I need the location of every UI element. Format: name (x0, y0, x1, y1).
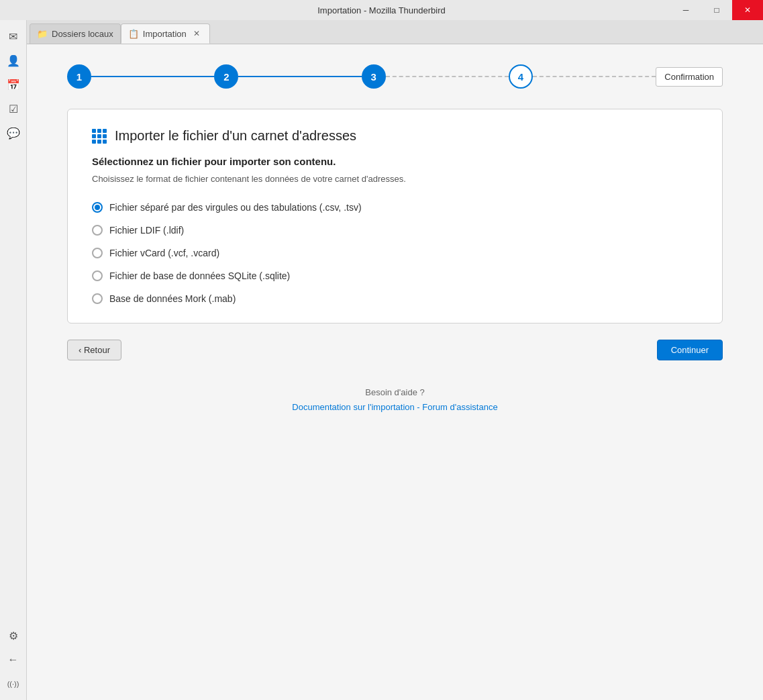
radio-ldif[interactable] (92, 225, 103, 236)
tab-local-label: Dossiers locaux (52, 29, 113, 39)
tab-import[interactable]: 📋 Importation ✕ (121, 23, 210, 44)
option-mab-label: Base de données Mork (.mab) (109, 293, 236, 304)
maximize-button[interactable]: □ (701, 0, 732, 20)
step-line-2-3 (238, 76, 361, 77)
option-ldif[interactable]: Fichier LDIF (.ldif) (92, 225, 698, 236)
window-title: Importation - Mozilla Thunderbird (317, 5, 446, 15)
sidebar-item-contacts[interactable]: 👤 (3, 50, 24, 71)
tab-import-label: Importation (143, 29, 187, 39)
back-icon[interactable]: ← (3, 649, 24, 670)
radio-list: Fichier séparé par des virgules ou des t… (92, 202, 698, 304)
titlebar: Importation - Mozilla Thunderbird ─ □ ✕ (0, 0, 763, 20)
step-3: 3 (362, 64, 386, 89)
sidebar-item-calendar[interactable]: 📅 (3, 74, 24, 95)
tab-close-button[interactable]: ✕ (191, 28, 203, 40)
page-content: 1 2 3 4 Confirmation Importer (27, 44, 763, 700)
card-description: Choisissez le format de fichier contenan… (92, 172, 698, 186)
card-title: Importer le fichier d'un carnet d'adress… (115, 128, 356, 144)
step-line-1-2 (91, 76, 214, 77)
back-button[interactable]: ‹ Retour (67, 340, 121, 360)
tab-local[interactable]: 📁 Dossiers locaux (30, 23, 121, 44)
option-ldif-label: Fichier LDIF (.ldif) (109, 225, 184, 236)
tabbar: 📁 Dossiers locaux 📋 Importation ✕ (27, 20, 763, 44)
option-sqlite[interactable]: Fichier de base de données SQLite (.sqli… (92, 270, 698, 281)
settings-icon[interactable]: ⚙ (3, 625, 24, 646)
step-confirmation: Confirmation (656, 67, 723, 87)
close-button[interactable]: ✕ (732, 0, 763, 20)
option-sqlite-label: Fichier de base de données SQLite (.sqli… (109, 270, 290, 281)
option-vcard[interactable]: Fichier vCard (.vcf, .vcard) (92, 248, 698, 258)
sidebar: ✉ 👤 📅 ☑ 💬 ⚙ ← ((·)) (0, 20, 27, 700)
radio-vcard[interactable] (92, 248, 103, 258)
step-2: 2 (214, 64, 238, 89)
card-subtitle: Sélectionnez un fichier pour importer so… (92, 156, 698, 167)
option-mab[interactable]: Base de données Mork (.mab) (92, 293, 698, 304)
step-1: 1 (67, 64, 91, 89)
app-layout: ✉ 👤 📅 ☑ 💬 ⚙ ← ((·)) 📁 Dossiers locaux 📋 … (0, 20, 763, 700)
continue-button[interactable]: Continuer (657, 340, 723, 360)
content-area: 📁 Dossiers locaux 📋 Importation ✕ 1 2 3 … (27, 20, 763, 700)
option-vcard-label: Fichier vCard (.vcf, .vcard) (109, 248, 219, 258)
stepper: 1 2 3 4 Confirmation (67, 64, 723, 89)
option-csv[interactable]: Fichier séparé par des virgules ou des t… (92, 202, 698, 213)
card-header: Importer le fichier d'un carnet d'adress… (92, 128, 698, 144)
help-text: Besoin d'aide ? (67, 387, 723, 397)
step-4: 4 (509, 64, 533, 89)
wifi-icon[interactable]: ((·)) (3, 673, 24, 695)
radio-mab[interactable] (92, 293, 103, 304)
import-card: Importer le fichier d'un carnet d'adress… (67, 109, 723, 323)
step-line-4-conf (533, 76, 656, 77)
nav-buttons: ‹ Retour Continuer (67, 340, 723, 360)
help-section: Besoin d'aide ? Documentation sur l'impo… (67, 387, 723, 412)
step-line-3-4 (386, 76, 509, 77)
option-csv-label: Fichier séparé par des virgules ou des t… (109, 202, 362, 213)
window-controls: ─ □ ✕ (670, 0, 763, 20)
radio-csv[interactable] (92, 202, 103, 213)
sidebar-item-tasks[interactable]: ☑ (3, 98, 24, 119)
help-link[interactable]: Documentation sur l'importation - Forum … (292, 402, 497, 412)
sidebar-item-email[interactable]: ✉ (3, 26, 24, 47)
import-tab-icon: 📋 (128, 29, 139, 39)
minimize-button[interactable]: ─ (670, 0, 701, 20)
sidebar-bottom: ⚙ ← ((·)) (3, 625, 24, 695)
sidebar-item-chat[interactable]: 💬 (3, 122, 24, 144)
grid-icon (92, 129, 107, 144)
folder-icon: 📁 (37, 29, 48, 39)
radio-sqlite[interactable] (92, 270, 103, 281)
